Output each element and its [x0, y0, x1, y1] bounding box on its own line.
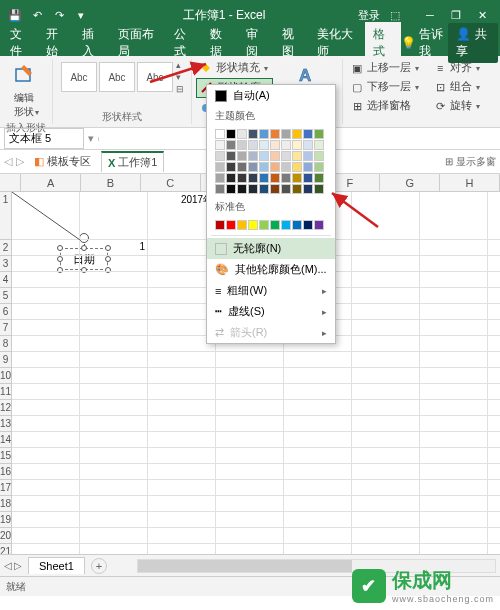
menu-layout[interactable]: 页面布局	[110, 22, 166, 64]
login-link[interactable]: 登录	[358, 8, 380, 23]
color-swatch[interactable]	[281, 162, 291, 172]
color-swatch[interactable]	[292, 129, 302, 139]
cell[interactable]	[352, 416, 420, 432]
cell[interactable]	[80, 464, 148, 480]
cell[interactable]	[352, 448, 420, 464]
cell[interactable]	[420, 272, 488, 288]
menu-home[interactable]: 开始	[38, 22, 74, 64]
row-header[interactable]: 10	[0, 368, 11, 384]
row-header[interactable]: 2	[0, 240, 11, 256]
row-header[interactable]: 20	[0, 528, 11, 544]
color-swatch[interactable]	[226, 184, 236, 194]
bring-front-button[interactable]: ▣上移一层▾	[347, 59, 422, 77]
cell[interactable]	[80, 496, 148, 512]
cell[interactable]	[420, 352, 488, 368]
cell[interactable]	[420, 240, 488, 256]
color-swatch[interactable]	[292, 162, 302, 172]
color-swatch[interactable]	[281, 151, 291, 161]
restore-button[interactable]: ❐	[444, 5, 468, 25]
color-swatch[interactable]	[303, 129, 313, 139]
menu-review[interactable]: 审阅	[238, 22, 274, 64]
cell[interactable]	[352, 528, 420, 544]
align-button[interactable]: ≡对齐▾	[430, 59, 483, 77]
col-header[interactable]: H	[440, 174, 500, 191]
cell[interactable]	[80, 368, 148, 384]
tell-me[interactable]: 💡告诉我	[401, 26, 444, 60]
cell[interactable]	[352, 496, 420, 512]
row-header[interactable]: 12	[0, 400, 11, 416]
cell[interactable]	[352, 288, 420, 304]
shape-style-1[interactable]: Abc	[61, 62, 97, 92]
cell[interactable]	[352, 432, 420, 448]
shape-style-2[interactable]: Abc	[99, 62, 135, 92]
cell[interactable]	[12, 512, 80, 528]
cell[interactable]	[352, 464, 420, 480]
color-swatch[interactable]	[248, 184, 258, 194]
cell[interactable]: 1	[80, 240, 148, 256]
color-swatch[interactable]	[259, 140, 269, 150]
cell[interactable]	[488, 448, 500, 464]
cell[interactable]	[80, 544, 148, 554]
cell[interactable]	[148, 528, 216, 544]
cell[interactable]	[216, 496, 284, 512]
cell[interactable]	[284, 416, 352, 432]
cell[interactable]	[284, 544, 352, 554]
cell[interactable]	[80, 336, 148, 352]
cell[interactable]	[488, 304, 500, 320]
color-swatch[interactable]	[226, 220, 236, 230]
select-all-corner[interactable]	[0, 174, 21, 191]
cell[interactable]	[420, 528, 488, 544]
cell[interactable]	[352, 384, 420, 400]
color-swatch[interactable]	[226, 129, 236, 139]
cell[interactable]	[80, 448, 148, 464]
selection-pane-button[interactable]: ⊞选择窗格	[347, 97, 422, 115]
cell[interactable]	[352, 512, 420, 528]
color-swatch[interactable]	[303, 173, 313, 183]
color-swatch[interactable]	[270, 140, 280, 150]
cell[interactable]	[488, 528, 500, 544]
cell[interactable]	[352, 320, 420, 336]
arrows-item[interactable]: ⇄箭头(R)▸	[207, 322, 335, 343]
row-header[interactable]: 6	[0, 304, 11, 320]
row-header[interactable]: 14	[0, 432, 11, 448]
color-swatch[interactable]	[237, 173, 247, 183]
cell[interactable]	[80, 192, 148, 240]
cell[interactable]	[352, 480, 420, 496]
color-swatch[interactable]	[215, 220, 225, 230]
cell[interactable]	[420, 384, 488, 400]
cell[interactable]	[284, 384, 352, 400]
color-swatch[interactable]	[270, 129, 280, 139]
cell[interactable]	[420, 192, 488, 240]
color-swatch[interactable]	[226, 173, 236, 183]
row-header[interactable]: 1	[0, 192, 11, 240]
sheet-tab-sheet1[interactable]: Sheet1	[28, 557, 85, 574]
no-outline-item[interactable]: 无轮廓(N)	[207, 238, 335, 259]
cell[interactable]	[420, 464, 488, 480]
cell[interactable]	[80, 416, 148, 432]
color-swatch[interactable]	[303, 220, 313, 230]
cell[interactable]	[352, 192, 420, 240]
cell[interactable]	[284, 432, 352, 448]
cell[interactable]	[488, 400, 500, 416]
cell[interactable]	[352, 400, 420, 416]
cell[interactable]	[352, 256, 420, 272]
row-header[interactable]: 4	[0, 272, 11, 288]
color-swatch[interactable]	[303, 184, 313, 194]
color-swatch[interactable]	[248, 140, 258, 150]
cell[interactable]	[80, 288, 148, 304]
cell[interactable]	[148, 432, 216, 448]
cell[interactable]	[488, 480, 500, 496]
row-header[interactable]: 13	[0, 416, 11, 432]
color-swatch[interactable]	[281, 140, 291, 150]
cell[interactable]	[420, 512, 488, 528]
edit-shape-button[interactable]: 编辑形状▾	[8, 59, 44, 121]
color-swatch[interactable]	[292, 140, 302, 150]
menu-file[interactable]: 文件	[2, 22, 38, 64]
menu-insert[interactable]: 插入	[74, 22, 110, 64]
cell[interactable]	[216, 448, 284, 464]
color-swatch[interactable]	[281, 184, 291, 194]
cell[interactable]	[420, 448, 488, 464]
row-header[interactable]: 7	[0, 320, 11, 336]
color-swatch[interactable]	[215, 162, 225, 172]
row-header[interactable]: 17	[0, 480, 11, 496]
